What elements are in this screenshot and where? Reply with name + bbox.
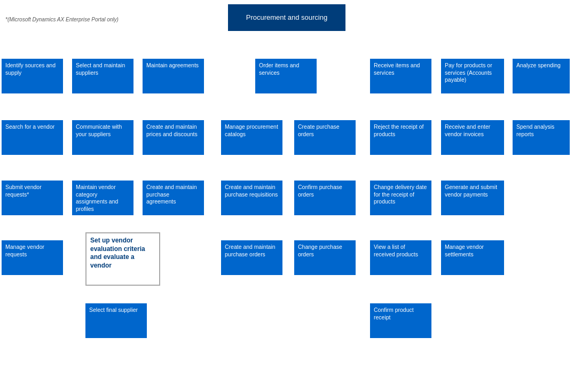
node-select-maintain[interactable]: Select and maintain suppliers xyxy=(72,59,133,93)
node-receive-invoices[interactable]: Receive and enter vendor invoices xyxy=(441,120,504,155)
node-manage-requests[interactable]: Manage vendor requests xyxy=(2,240,63,275)
node-reject[interactable]: Reject the receipt of products xyxy=(370,120,431,155)
footnote: *(Microsoft Dynamics AX Enterprise Porta… xyxy=(5,17,119,22)
node-set-up-vendor[interactable]: Set up vendor evaluation criteria and ev… xyxy=(85,232,160,286)
node-maintain-agreements[interactable]: Maintain agreements xyxy=(143,59,204,93)
node-maintain-vendor[interactable]: Maintain vendor category assignments and… xyxy=(72,181,133,215)
node-spend[interactable]: Spend analysis reports xyxy=(513,120,570,155)
node-change-po[interactable]: Change purchase orders xyxy=(294,240,356,275)
node-confirm-receipt[interactable]: Confirm product receipt xyxy=(370,303,431,338)
node-create-po[interactable]: Create purchase orders xyxy=(294,120,356,155)
node-submit[interactable]: Submit vendor requests* xyxy=(2,181,63,215)
diagram-container: Procurement and sourcing Identify source… xyxy=(0,0,574,27)
root-node[interactable]: Procurement and sourcing xyxy=(228,4,345,31)
node-prices[interactable]: Create and maintain prices and discounts xyxy=(143,120,204,155)
node-identify[interactable]: Identify sources and supply xyxy=(2,59,63,93)
node-analyze[interactable]: Analyze spending xyxy=(513,59,570,93)
node-requisitions[interactable]: Create and maintain purchase requisition… xyxy=(221,181,282,215)
node-select-supplier[interactable]: Select final supplier xyxy=(85,303,147,338)
node-search-vendor[interactable]: Search for a vendor xyxy=(2,120,63,155)
node-change-delivery[interactable]: Change delivery date for the receipt of … xyxy=(370,181,431,215)
node-manage-catalogs[interactable]: Manage procurement catalogs xyxy=(221,120,282,155)
node-purchase-orders[interactable]: Create and maintain purchase orders xyxy=(221,240,282,275)
node-generate[interactable]: Generate and submit vendor payments xyxy=(441,181,504,215)
node-view-list[interactable]: View a list of received products xyxy=(370,240,431,275)
node-order-items[interactable]: Order items and services xyxy=(255,59,317,93)
node-receive-items[interactable]: Receive items and services xyxy=(370,59,431,93)
node-pay[interactable]: Pay for products or services (Accounts p… xyxy=(441,59,504,93)
node-manage-settlements[interactable]: Manage vendor settlements xyxy=(441,240,504,275)
node-agreements[interactable]: Create and maintain purchase agreements xyxy=(143,181,204,215)
node-communicate[interactable]: Communicate with your suppliers xyxy=(72,120,133,155)
node-confirm-po[interactable]: Confirm purchase orders xyxy=(294,181,356,215)
